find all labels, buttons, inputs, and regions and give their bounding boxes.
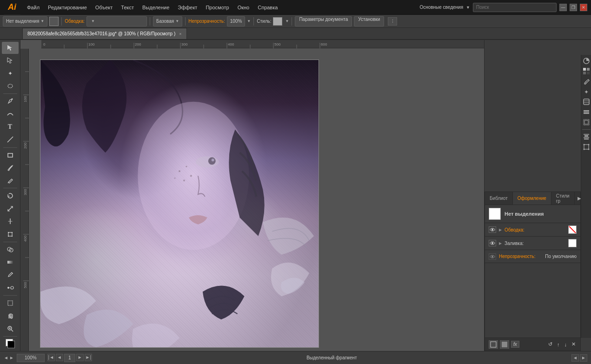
status-right-prev[interactable]: ◄ (571, 354, 579, 362)
artboards-icon[interactable] (582, 118, 591, 126)
prev-page-button[interactable]: ◄ (56, 354, 63, 361)
fill-expand-arrow[interactable]: ▶ (499, 241, 502, 245)
brushes-icon[interactable] (582, 77, 591, 86)
layers-icon[interactable] (582, 108, 591, 116)
opacity-label[interactable]: Непрозрачность: (499, 254, 540, 259)
direct-selection-tool[interactable] (2, 54, 19, 66)
lasso-tool[interactable] (2, 80, 19, 92)
blend-tool[interactable] (2, 282, 19, 294)
extras-icon: ⋮ (391, 19, 395, 24)
curvature-tool[interactable] (2, 108, 19, 120)
restore-button[interactable]: ❐ (570, 4, 577, 11)
workspace-arrow[interactable]: ▼ (466, 5, 470, 10)
stroke-swatch[interactable] (7, 341, 15, 348)
opacity-visibility-toggle[interactable] (489, 253, 496, 260)
type-tool[interactable]: T (2, 121, 19, 133)
appearance-panel: Библиот Оформление Стили гр ▶▶ ☰ Нет выд… (485, 192, 581, 351)
width-tool[interactable] (2, 215, 19, 227)
opacity-label: Непрозрачность: (188, 19, 225, 24)
zoom-display[interactable]: 100% (17, 354, 45, 362)
tab-appearance[interactable]: Оформление (513, 192, 551, 205)
fill-visibility-toggle[interactable] (489, 240, 496, 246)
artboard-tool[interactable] (2, 297, 19, 309)
move-down-button[interactable]: ↓ (564, 342, 567, 347)
delete-button[interactable]: ✕ (571, 341, 576, 347)
selection-tool[interactable] (2, 42, 19, 54)
stroke-dropdown[interactable]: ▼ (86, 16, 147, 26)
align-icon[interactable] (582, 132, 591, 141)
status-prev-arrow[interactable]: ◄ (4, 355, 8, 360)
rectangle-tool[interactable] (2, 149, 19, 161)
gradient-tool[interactable] (2, 256, 19, 268)
magic-wand-tool[interactable]: ✦ (2, 67, 19, 79)
transform-icon[interactable] (582, 143, 591, 151)
stroke-expand-arrow[interactable]: ▶ (499, 228, 502, 232)
symbols-icon[interactable]: ✦ (582, 87, 591, 96)
canvas-image[interactable] (40, 60, 319, 348)
rotate-tool[interactable] (2, 190, 19, 202)
swatches-icon[interactable] (582, 67, 591, 75)
menu-select[interactable]: Выделение (139, 3, 173, 12)
eyedropper-tool[interactable] (2, 269, 19, 281)
stroke-color-swatch[interactable] (49, 17, 59, 26)
stroke-label[interactable]: Обводка: (505, 227, 565, 232)
hand-tool[interactable] (2, 310, 19, 322)
add-new-fill-button[interactable] (500, 340, 509, 349)
menu-help[interactable]: Справка (254, 3, 281, 12)
zoom-tool[interactable] (2, 323, 19, 335)
menu-edit[interactable]: Редактирование (44, 3, 91, 12)
line-segment-tool[interactable] (2, 133, 19, 146)
move-up-button[interactable]: ↑ (557, 342, 560, 347)
tab-libraries[interactable]: Библиот (485, 192, 513, 205)
svg-point-73 (491, 242, 493, 244)
opacity-value[interactable]: 100% (227, 16, 246, 26)
fx-button[interactable]: fx (511, 341, 519, 348)
svg-line-2 (7, 137, 13, 142)
canvas-area[interactable]: 0 100 200 300 400 500 600 (20, 40, 484, 351)
style-swatch-arrow[interactable]: ▼ (285, 19, 289, 23)
stroke-visibility-toggle[interactable] (489, 226, 496, 233)
style-dropdown[interactable]: Базовая ▼ (153, 16, 182, 26)
svg-point-17 (11, 286, 13, 289)
menu-view[interactable]: Просмотр (202, 3, 232, 12)
next-page-button[interactable]: ► (76, 354, 84, 361)
status-text: Выделенный фрагмент (95, 355, 569, 360)
fill-stroke-stack[interactable] (6, 339, 15, 348)
shape-builder-tool[interactable] (2, 244, 19, 256)
free-transform-tool[interactable] (2, 228, 19, 240)
menu-effect[interactable]: Эффект (174, 3, 201, 12)
scale-tool[interactable] (2, 203, 19, 215)
tab-close-button[interactable]: × (179, 32, 181, 36)
menu-file[interactable]: Файл (23, 3, 43, 12)
selection-dropdown[interactable]: Нет выделения ▼ (3, 16, 47, 26)
doc-settings-button[interactable]: Параметры документа (295, 16, 352, 26)
preferences-button[interactable]: Установки (354, 16, 384, 26)
menu-text[interactable]: Текст (117, 3, 138, 12)
menu-window[interactable]: Окно (234, 3, 253, 12)
close-button[interactable]: ✕ (580, 4, 587, 11)
left-toolpanel: ✦ T (0, 40, 20, 351)
svg-rect-76 (491, 342, 496, 347)
extras-button[interactable]: ⋮ (388, 17, 397, 26)
pencil-tool[interactable] (2, 174, 19, 186)
stroke-color-box[interactable] (568, 225, 577, 234)
fill-label[interactable]: Заливка: (505, 241, 565, 246)
graphic-styles-icon[interactable] (582, 98, 591, 106)
status-right-next[interactable]: ► (580, 354, 587, 362)
minimize-button[interactable]: — (559, 4, 567, 11)
opacity-arrow[interactable]: ▼ (247, 19, 251, 23)
menu-object[interactable]: Объект (92, 3, 116, 12)
first-page-button[interactable]: |◄ (47, 354, 55, 361)
last-page-button[interactable]: ►| (85, 354, 92, 361)
status-next-arrow[interactable]: ► (9, 355, 14, 360)
reset-button[interactable]: ↺ (548, 341, 552, 347)
tab-graphic-styles[interactable]: Стили гр (551, 192, 575, 205)
fill-color-box[interactable] (568, 239, 577, 247)
color-panel-icon[interactable] (582, 57, 591, 65)
paintbrush-tool[interactable] (2, 162, 19, 174)
pen-tool[interactable] (2, 95, 19, 107)
style-swatch[interactable] (273, 17, 282, 26)
search-input[interactable] (473, 3, 557, 12)
document-tab[interactable]: 80820058afe8c26b565dbfb313e47016.jpg* @ … (22, 28, 187, 39)
add-new-stroke-button[interactable] (489, 340, 498, 349)
